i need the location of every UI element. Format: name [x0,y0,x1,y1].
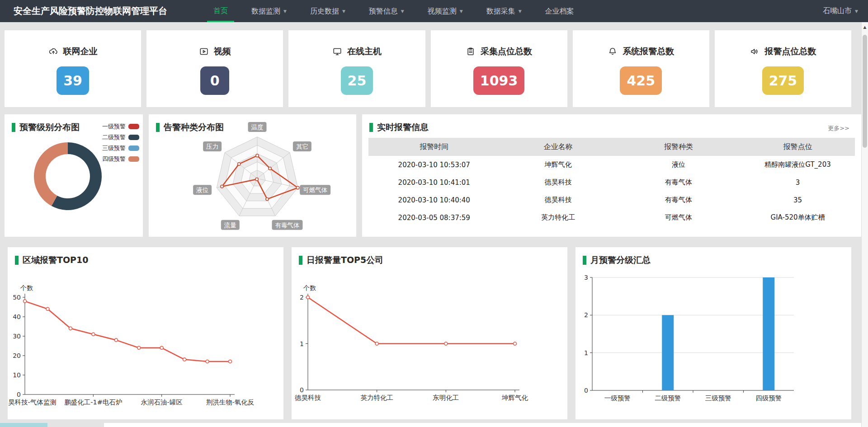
stat-card-1: 视频0 [146,30,283,107]
svg-text:四级预警: 四级预警 [755,394,782,402]
svg-text:3: 3 [584,274,588,281]
alarm-type-distribution-card: 告警种类分布图 温度其它可燃气体有毒气体流量液位压力 [149,114,356,237]
title-marker [15,256,19,265]
bell-icon [608,47,618,56]
svg-text:0: 0 [17,391,21,398]
svg-text:鹏盛化工-1#电石炉: 鹏盛化工-1#电石炉 [64,399,122,406]
stat-card-3: 采集点位总数1093 [431,30,567,107]
svg-text:有毒气体: 有毒气体 [275,221,300,229]
stat-value-badge: 0 [200,66,229,95]
svg-text:温度: 温度 [251,123,264,131]
table-row[interactable]: 2020-03-10 10:41:01德昊科技有毒气体3 [368,174,855,191]
stat-card-header: 采集点位总数 [466,46,532,57]
daily-alarm-top5-card: 日报警量TOP5公司 012个数德昊科技英力特化工东明化工坤辉气化 [292,247,567,419]
nav-item-label: 数据采集 [486,1,515,22]
svg-text:坤辉气化: 坤辉气化 [501,394,528,401]
nav-item-2[interactable]: 历史数据▼ [304,0,352,22]
legend-item-一级预警[interactable]: 一级预警 [102,121,139,132]
card-title: 日报警量TOP5公司 [299,254,383,266]
stat-card-0: 联网企业39 [5,30,141,107]
svg-text:10: 10 [13,371,21,379]
stat-card-header: 视频 [199,46,231,57]
nav-item-5[interactable]: 数据采集▼ [480,0,528,22]
stat-card-5: 报警点位总数275 [715,30,851,107]
partial-footer-strip [0,423,47,427]
table-cell: 2020-03-10 10:41:01 [368,178,500,187]
svg-text:50: 50 [13,294,21,301]
nav-item-6[interactable]: 企业档案 [539,0,580,22]
svg-text:2: 2 [584,311,588,319]
svg-text:东明化工: 东明化工 [433,394,459,401]
svg-text:其它: 其它 [296,143,308,150]
title-marker [12,123,15,132]
card-title-text: 告警种类分布图 [164,122,224,133]
table-row[interactable]: 2020-03-05 08:37:59英力特化工可燃气体GIA-520单体贮槽 [368,209,855,226]
video-icon [199,47,209,56]
nav-menu: 首页数据监测▼历史数据▼预警信息▼视频监测▼数据采集▼企业档案 [207,0,591,22]
table-cell: 德昊科技 [500,196,617,204]
legend-item-二级预警[interactable]: 二级预警 [102,132,139,143]
title-marker [369,123,373,132]
monthly-warning-bar-chart: 0123一级预警二级预警三级预警四级预警 [576,247,851,419]
nav-item-3[interactable]: 预警信息▼ [363,0,410,22]
table-header-cell: 报警种类 [617,142,741,152]
table-cell: 液位 [617,160,741,169]
table-cell: 可燃气体 [617,213,741,222]
speaker-icon [750,47,760,56]
stat-value-badge: 425 [620,66,662,95]
legend-item-四级预警[interactable]: 四级预警 [102,154,139,164]
nav-item-4[interactable]: 视频监测▼ [421,0,469,22]
daily-alarm-line-chart: 012个数德昊科技英力特化工东明化工坤辉气化 [292,247,567,419]
title-marker [299,256,302,265]
svg-text:昊科技-气体监测: 昊科技-气体监测 [8,399,57,406]
cloud-upload-icon [48,47,58,56]
scrollbar-track[interactable]: ▲ [861,22,868,427]
svg-text:德昊科技: 德昊科技 [294,394,321,401]
table-cell: 坤辉气化 [500,160,617,169]
radar-axis-label-流量: 流量 [221,220,240,230]
svg-text:永润石油-罐区: 永润石油-罐区 [141,399,183,406]
table-row[interactable]: 2020-03-10 10:53:07坤辉气化液位精醇南罐液位GT_203 [368,156,855,174]
legend-item-三级预警[interactable]: 三级预警 [102,143,139,154]
scroll-up-arrow-icon[interactable]: ▲ [862,25,868,29]
table-header-row: 报警时间企业名称报警种类报警点位 [368,138,855,156]
card-title: 月预警分级汇总 [583,254,651,266]
region-alarm-line-chart: 01020304050个数昊科技-气体监测鹏盛化工-1#电石炉永润石油-罐区荆洪… [8,247,283,419]
svg-text:1: 1 [584,349,588,357]
clipboard-icon [466,47,476,56]
table-cell: 精醇南罐液位GT_203 [741,160,855,169]
legend-color-marker [128,135,139,140]
svg-text:压力: 压力 [206,143,218,150]
table-cell: 3 [741,178,855,187]
nav-item-1[interactable]: 数据监测▼ [245,0,293,22]
stat-card-2: 在线主机25 [288,30,425,107]
nav-item-label: 预警信息 [369,1,398,22]
svg-text:液位: 液位 [196,186,209,193]
table-cell: 2020-03-10 10:53:07 [368,161,500,169]
stats-row: 联网企业39视频0在线主机25采集点位总数1093系统报警总数425报警点位总数… [5,30,851,107]
card-title-text: 区域报警TOP10 [23,254,88,266]
stat-value-badge: 25 [341,66,373,95]
chevron-down-icon: ▼ [283,1,287,22]
stat-label: 视频 [214,46,231,57]
scrollbar-thumb[interactable] [863,35,867,148]
table-row[interactable]: 2020-03-10 10:40:40德昊科技有毒气体35 [368,191,855,209]
title-marker [583,256,586,265]
more-link[interactable]: 更多>> [828,124,849,132]
radar-axis-label-温度: 温度 [248,122,267,132]
radar-axis-label-压力: 压力 [203,141,222,151]
card-title-text: 日报警量TOP5公司 [307,254,383,266]
card-title-text: 月预警分级汇总 [590,254,651,266]
svg-text:可燃气体: 可燃气体 [303,186,328,193]
region-selector[interactable]: 石嘴山市 ▼ [823,0,858,22]
stat-card-header: 在线主机 [332,46,382,57]
svg-text:英力特化工: 英力特化工 [360,394,393,401]
svg-text:20: 20 [13,352,21,359]
table-cell: 德昊科技 [500,178,617,187]
radar-axis-label-其它: 其它 [293,141,311,151]
nav-item-home[interactable]: 首页 [207,0,234,22]
bottom-row: 区域报警TOP10 01020304050个数昊科技-气体监测鹏盛化工-1#电石… [8,247,851,419]
svg-text:三级预警: 三级预警 [705,394,731,402]
card-title: 告警种类分布图 [156,122,224,133]
svg-text:个数: 个数 [20,284,33,291]
